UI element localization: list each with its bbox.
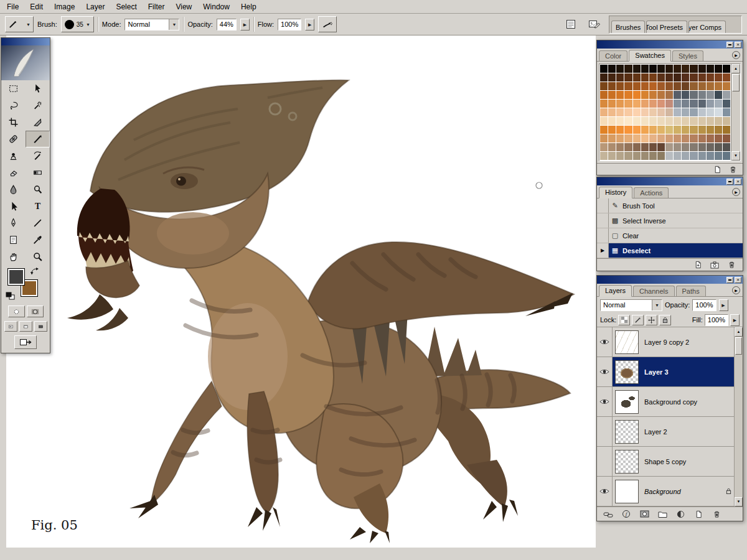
new-layer-button[interactable] xyxy=(692,509,705,519)
color-swatch[interactable] xyxy=(682,91,689,99)
color-swatch[interactable] xyxy=(657,117,665,125)
color-swatch[interactable] xyxy=(707,65,714,73)
color-swatch[interactable] xyxy=(707,108,714,116)
history-source-cell[interactable] xyxy=(597,198,609,213)
color-swatch[interactable] xyxy=(608,91,616,99)
color-swatch[interactable] xyxy=(600,73,608,82)
color-swatch[interactable] xyxy=(633,65,641,73)
color-swatch[interactable] xyxy=(616,82,624,90)
color-swatch[interactable] xyxy=(723,82,730,90)
slice-tool[interactable] xyxy=(26,114,50,131)
color-swatch[interactable] xyxy=(698,73,706,82)
color-swatch[interactable] xyxy=(682,100,689,108)
healing-brush-tool[interactable] xyxy=(1,131,26,147)
new-document-from-state-button[interactable] xyxy=(692,261,703,269)
lock-all-toggle[interactable] xyxy=(659,315,671,325)
color-swatch[interactable] xyxy=(616,65,624,73)
color-swatch[interactable] xyxy=(698,65,706,73)
layers-scrollbar[interactable]: ▲ ▼ xyxy=(734,327,743,506)
color-swatch[interactable] xyxy=(698,126,706,134)
color-swatch[interactable] xyxy=(608,143,616,151)
color-swatch[interactable] xyxy=(633,117,641,125)
tab-paths[interactable]: Paths xyxy=(676,286,706,296)
color-swatch[interactable] xyxy=(641,143,649,151)
color-swatch[interactable] xyxy=(682,143,689,151)
color-swatch[interactable] xyxy=(641,108,649,116)
color-swatch[interactable] xyxy=(633,143,641,151)
color-swatch[interactable] xyxy=(633,126,641,134)
flow-input[interactable]: 100% xyxy=(278,19,301,30)
color-swatch[interactable] xyxy=(600,143,608,151)
color-swatch[interactable] xyxy=(715,126,722,134)
color-swatch[interactable] xyxy=(682,117,689,125)
color-swatch[interactable] xyxy=(624,143,632,151)
layer-thumbnail[interactable] xyxy=(615,480,639,503)
opacity-input[interactable]: 44% xyxy=(217,19,237,30)
color-swatch[interactable] xyxy=(715,73,722,82)
color-swatch[interactable] xyxy=(690,73,697,82)
color-swatch[interactable] xyxy=(633,152,641,160)
color-swatch[interactable] xyxy=(657,134,665,142)
close-button[interactable]: × xyxy=(735,179,741,185)
jump-to-imageready-button[interactable] xyxy=(14,335,37,349)
color-swatch[interactable] xyxy=(674,73,681,82)
tab-history[interactable]: History xyxy=(599,187,632,198)
color-swatch[interactable] xyxy=(690,82,697,90)
color-swatch[interactable] xyxy=(624,152,632,160)
color-swatch[interactable] xyxy=(616,108,624,116)
type-tool[interactable]: T xyxy=(26,198,50,215)
color-swatch[interactable] xyxy=(624,73,632,82)
color-swatch[interactable] xyxy=(674,143,681,151)
color-swatch[interactable] xyxy=(698,143,706,151)
brush-tool[interactable] xyxy=(26,131,50,147)
menu-window[interactable]: Window xyxy=(197,1,235,12)
color-swatch[interactable] xyxy=(608,108,616,116)
color-swatch[interactable] xyxy=(624,91,632,99)
color-swatch[interactable] xyxy=(723,117,730,125)
color-swatch[interactable] xyxy=(690,91,697,99)
menu-view[interactable]: View xyxy=(170,1,197,12)
color-swatch[interactable] xyxy=(674,152,681,160)
color-swatch[interactable] xyxy=(641,82,649,90)
color-swatch[interactable] xyxy=(682,73,689,82)
foreground-color-swatch[interactable] xyxy=(7,268,25,286)
standard-screen-button[interactable] xyxy=(4,321,17,332)
color-swatch[interactable] xyxy=(707,117,714,125)
layer-visibility-toggle[interactable] xyxy=(597,357,613,386)
history-brush-tool[interactable] xyxy=(26,147,50,164)
color-swatch[interactable] xyxy=(633,82,641,90)
color-swatch[interactable] xyxy=(624,100,632,108)
layer-visibility-toggle[interactable] xyxy=(597,387,613,416)
rectangular-marquee-tool[interactable] xyxy=(1,80,26,97)
layer-thumbnail[interactable] xyxy=(615,390,639,414)
layer-row[interactable]: Layer 9 copy 2 xyxy=(597,327,734,357)
color-swatch[interactable] xyxy=(723,73,730,82)
chevron-down-icon[interactable]: ▼ xyxy=(652,300,662,310)
layer-row[interactable]: Background xyxy=(597,477,734,506)
lock-position-toggle[interactable] xyxy=(646,315,657,325)
color-swatch[interactable] xyxy=(707,143,714,151)
delete-swatch-button[interactable] xyxy=(727,165,738,174)
scrollbar-thumb[interactable] xyxy=(732,74,740,91)
color-swatch[interactable] xyxy=(698,117,706,125)
delete-layer-button[interactable] xyxy=(710,509,723,519)
color-swatch[interactable] xyxy=(608,65,616,73)
move-tool[interactable] xyxy=(26,80,50,97)
new-layer-set-button[interactable] xyxy=(656,509,669,519)
color-swatch[interactable] xyxy=(707,91,714,99)
color-swatch[interactable] xyxy=(608,100,616,108)
tab-styles[interactable]: Styles xyxy=(672,50,703,61)
color-swatch[interactable] xyxy=(641,152,649,160)
color-swatch[interactable] xyxy=(657,143,665,151)
color-swatch[interactable] xyxy=(624,108,632,116)
color-swatch[interactable] xyxy=(715,152,722,160)
color-swatch[interactable] xyxy=(649,134,657,142)
color-swatch[interactable] xyxy=(624,134,632,142)
color-swatch[interactable] xyxy=(690,152,697,160)
color-swatch[interactable] xyxy=(616,126,624,134)
color-swatch[interactable] xyxy=(600,126,608,134)
color-swatch[interactable] xyxy=(707,126,714,134)
color-swatch[interactable] xyxy=(707,134,714,142)
color-swatch[interactable] xyxy=(608,126,616,134)
fill-slider[interactable]: ▶ xyxy=(730,314,740,326)
